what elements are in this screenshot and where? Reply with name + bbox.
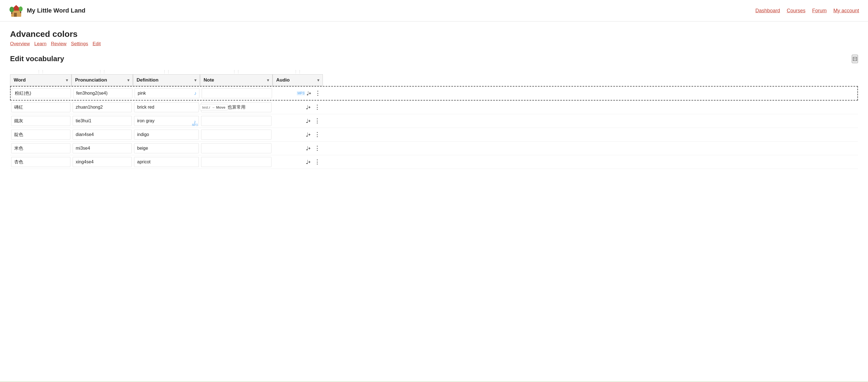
site-title: My Little Word Land <box>27 7 86 14</box>
add-audio-button-1[interactable]: ♩+ <box>306 90 311 97</box>
input-definition-2[interactable] <box>134 102 199 112</box>
input-pronunciation-5[interactable] <box>72 143 132 153</box>
music-note-indicator: ♪ <box>194 91 196 96</box>
cell-pronunciation-3 <box>71 114 133 128</box>
more-options-button-3[interactable]: ⋮ <box>312 116 322 126</box>
input-definition-5[interactable] <box>134 143 199 153</box>
col-header-definition[interactable]: Definition ▾ <box>133 74 200 86</box>
add-audio-button-4[interactable]: ♩+ <box>306 131 311 138</box>
input-definition-6[interactable] <box>134 157 199 167</box>
col-header-pronunciation[interactable]: Pronunciation ▾ <box>71 74 133 86</box>
nav-myaccount[interactable]: My account <box>833 8 859 14</box>
col-header-note[interactable]: Note ▾ <box>200 74 273 86</box>
cell-word-3 <box>10 114 71 128</box>
page-title: Advanced colors <box>10 29 858 39</box>
table-row: ♪ MP3 ♩+ ⋮ <box>10 86 858 100</box>
cell-pronunciation-1 <box>72 87 133 100</box>
col-header-word[interactable]: Word ▾ <box>10 74 71 86</box>
breadcrumb-learn[interactable]: Learn <box>34 41 46 46</box>
input-pronunciation-6[interactable] <box>72 157 132 167</box>
cell-audio-5: ♩+ <box>273 143 312 153</box>
breadcrumb-edit[interactable]: Edit <box>93 41 101 46</box>
more-options-button-5[interactable]: ⋮ <box>312 144 322 153</box>
add-audio-button-2[interactable]: ♩+ <box>306 104 311 110</box>
table-row: ♪ MP3 ♩+ ⋮ <box>10 114 858 128</box>
col-header-audio[interactable]: Audio ▾ <box>273 74 323 86</box>
column-headers: Word ▾ Pronunciation ▾ Definition ▾ Note… <box>10 74 858 86</box>
sort-note-icon: ▾ <box>267 78 269 83</box>
filter-button[interactable]: ⊟ <box>852 55 858 63</box>
input-word-6[interactable] <box>11 157 70 167</box>
row-actions-1: ⋮ <box>312 89 323 98</box>
input-note-6[interactable] <box>201 157 272 167</box>
cell-definition-5 <box>133 141 200 155</box>
input-note-1[interactable] <box>202 88 272 98</box>
cell-pronunciation-2 <box>71 100 133 114</box>
drag-handle-pronunciation[interactable]: ⋮⋮ <box>71 69 133 74</box>
input-word-2[interactable] <box>11 102 70 112</box>
move-from-label: test.r <box>202 105 210 109</box>
cell-note-4 <box>200 128 273 141</box>
input-word-3[interactable] <box>11 116 70 126</box>
more-options-button-1[interactable]: ⋮ <box>313 89 322 98</box>
cell-audio-1: MP3 ♩+ <box>273 88 312 98</box>
input-word-4[interactable] <box>11 130 70 139</box>
cell-word-1 <box>10 87 72 100</box>
input-pronunciation-2[interactable] <box>72 102 132 112</box>
row-actions-5: ⋮ <box>312 144 323 153</box>
music-note-icon: ♩ <box>306 159 308 165</box>
cell-pronunciation-5 <box>71 141 133 155</box>
breadcrumb-overview[interactable]: Overview <box>10 41 30 46</box>
add-audio-button-5[interactable]: ♩+ <box>306 145 311 152</box>
breadcrumb: Overview Learn Review Settings Edit <box>10 41 858 46</box>
input-note-3[interactable] <box>201 116 272 126</box>
nav-forum[interactable]: Forum <box>812 8 827 14</box>
nav-courses[interactable]: Courses <box>787 8 805 14</box>
cell-word-2 <box>10 100 71 114</box>
move-arrow-icon: → <box>211 105 215 109</box>
cell-note-6 <box>200 155 273 169</box>
input-definition-1[interactable] <box>134 88 199 98</box>
site-header: My Little Word Land Dashboard Courses Fo… <box>0 0 868 22</box>
cell-note-3 <box>200 114 273 128</box>
drag-handle-definition[interactable]: ⋮⋮ <box>133 69 200 74</box>
drag-handle-note[interactable]: ⋮⋮ <box>200 69 273 74</box>
drag-handle-word[interactable]: ⋮⋮ <box>10 69 71 74</box>
input-word-5[interactable] <box>11 143 70 153</box>
row-actions-4: ⋮ <box>312 130 323 139</box>
input-pronunciation-4[interactable] <box>72 130 132 139</box>
cell-definition-2: test.r → Move <box>133 100 200 114</box>
svg-rect-4 <box>11 12 12 14</box>
drag-handle-audio[interactable]: ⋮⋮ <box>273 69 323 74</box>
cell-audio-4: ♩+ <box>273 130 312 139</box>
more-options-button-4[interactable]: ⋮ <box>312 130 322 139</box>
input-pronunciation-1[interactable] <box>73 88 132 98</box>
row-actions-3: ⋮ <box>312 116 323 126</box>
cell-word-5 <box>10 141 71 155</box>
input-word-1[interactable] <box>12 88 71 98</box>
main-nav: Dashboard Courses Forum My account <box>755 8 859 14</box>
cell-definition-1: ♪ <box>133 87 200 100</box>
add-audio-button-3[interactable]: ♩+ <box>306 118 311 124</box>
input-definition-3[interactable] <box>134 116 199 126</box>
mp3-badge-1: MP3 <box>297 91 305 96</box>
cell-note-5 <box>200 141 273 155</box>
move-tooltip: test.r → Move <box>200 104 228 110</box>
site-logo <box>9 3 24 18</box>
more-options-button-2[interactable]: ⋮ <box>312 102 322 112</box>
breadcrumb-review[interactable]: Review <box>51 41 66 46</box>
input-pronunciation-3[interactable] <box>72 116 132 126</box>
input-note-5[interactable] <box>201 143 272 153</box>
breadcrumb-settings[interactable]: Settings <box>71 41 88 46</box>
cell-word-4 <box>10 128 71 141</box>
music-note-icon: ♩ <box>306 131 308 138</box>
input-definition-4[interactable] <box>134 130 199 139</box>
more-options-button-6[interactable]: ⋮ <box>312 157 322 167</box>
cell-audio-2: ♩+ <box>273 102 312 112</box>
cell-definition-4 <box>133 128 200 141</box>
move-label: Move <box>216 105 225 109</box>
input-note-4[interactable] <box>201 130 272 139</box>
cell-note-1 <box>200 87 273 100</box>
add-audio-button-6[interactable]: ♩+ <box>306 159 311 165</box>
nav-dashboard[interactable]: Dashboard <box>755 8 780 14</box>
